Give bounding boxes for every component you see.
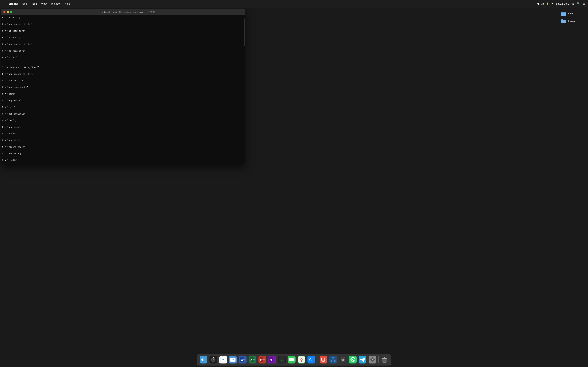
terminal-line: N = "evil" ;: [2, 106, 242, 109]
terminal-line: N = "unfoo" ;: [2, 132, 242, 136]
dock-divider-2: [378, 356, 379, 363]
folder-stuff[interactable]: Stuff: [559, 10, 587, 17]
terminal-title: pvdabeel — swipl -G2g -f portage-ng.pl -…: [14, 11, 242, 13]
menu-window[interactable]: Window: [51, 2, 60, 5]
terminal-line: C = "app-accessibility",: [2, 43, 242, 46]
svg-rect-33: [253, 359, 255, 360]
terminal-window: pvdabeel — swipl -G2g -f portage-ng.pl -…: [1, 8, 245, 164]
terminal-body[interactable]: V = "2.20.1" ; C = "app-accessibility", …: [1, 15, 245, 164]
svg-rect-27: [243, 359, 245, 360]
dock-launchpad[interactable]: [209, 355, 218, 364]
close-button[interactable]: [3, 11, 6, 13]
svg-rect-76: [370, 359, 371, 360]
svg-point-13: [213, 359, 214, 360]
svg-point-14: [213, 357, 214, 358]
folder-stuff-icon: [561, 11, 567, 16]
dock-dash[interactable]: </>: [338, 355, 347, 364]
menu-help[interactable]: Help: [65, 2, 70, 5]
dock-telegram[interactable]: [358, 355, 367, 364]
dock-facetime[interactable]: [287, 355, 296, 364]
clock: Sat 22 Oct 17:05: [556, 2, 574, 5]
dock-sourcetree[interactable]: [329, 355, 338, 364]
svg-point-73: [372, 359, 373, 360]
svg-rect-56: [320, 356, 327, 364]
dock-trash[interactable]: [380, 355, 389, 364]
menu-terminal[interactable]: Terminal: [7, 2, 18, 5]
svg-text::): :): [202, 359, 203, 361]
terminal-line: N = "SphinxTrain" ;: [2, 79, 242, 83]
dock-whatsapp[interactable]: [348, 355, 357, 364]
dock-safari[interactable]: [219, 355, 227, 364]
brightness-icon: [551, 2, 553, 5]
terminal-titlebar: pvdabeel — swipl -G2g -f portage-ng.pl -…: [1, 8, 245, 15]
svg-rect-75: [372, 361, 373, 362]
terminal-line: V = "2.20.1" ;: [2, 16, 242, 20]
dock: :): [197, 354, 391, 366]
minimize-button[interactable]: [7, 11, 9, 13]
terminal-line: C = "app-benchmarks",: [2, 86, 242, 89]
folder-stuff-label: Stuff: [568, 12, 573, 15]
svg-point-58: [332, 357, 334, 359]
dock-onenote[interactable]: N: [268, 355, 277, 364]
svg-text:</>: </>: [341, 359, 345, 361]
svg-rect-39: [262, 359, 265, 360]
svg-rect-34: [253, 360, 254, 360]
svg-rect-38: [262, 359, 265, 359]
svg-rect-80: [382, 358, 387, 359]
terminal-line: N = "zisofs-tools" ;: [2, 146, 242, 149]
dock-mail[interactable]: [228, 355, 237, 364]
svg-point-8: [203, 359, 206, 361]
dock-word[interactable]: W: [238, 355, 247, 364]
svg-text:X: X: [250, 358, 252, 361]
svg-text:$ _: $ _: [279, 359, 283, 361]
svg-rect-77: [374, 359, 375, 360]
menu-edit[interactable]: Edit: [32, 2, 37, 5]
terminal-line: ?- portage:ebuild(C,N,"1.0.8").: [2, 66, 242, 69]
menubar-right: ⏺ 🔋 Sat 22 Oct 17:05 🔍 ☰: [537, 2, 585, 6]
terminal-line: C = "app-misc",: [2, 139, 242, 142]
dock-terminal[interactable]: $ _: [277, 355, 286, 364]
dock-maps[interactable]: [297, 355, 306, 364]
control-center-icon[interactable]: ☰: [582, 2, 585, 6]
dock-powerpoint[interactable]: P: [258, 355, 267, 364]
battery-icon: 🔋: [546, 2, 549, 5]
terminal-line: C = "dev-erlang",: [2, 152, 242, 156]
terminal-line: N = "eredis" ;: [2, 159, 242, 162]
dock-finder[interactable]: :): [199, 355, 208, 364]
scrollbar-thumb[interactable]: [244, 18, 244, 46]
svg-rect-28: [243, 360, 244, 360]
terminal-line: N = "spew" ;: [2, 92, 242, 96]
terminal-line: V = "2.18.3" .: [2, 56, 242, 59]
terminal-line: V = "2.16.0" ;: [2, 36, 242, 40]
menu-view[interactable]: View: [41, 2, 47, 5]
wifi-icon[interactable]: [541, 2, 544, 5]
svg-text:N: N: [270, 358, 272, 361]
menubar-status-icons: ⏺ 🔋: [537, 2, 553, 5]
svg-point-53: [301, 359, 302, 360]
dock-appstore[interactable]: A: [307, 355, 316, 364]
svg-rect-32: [253, 359, 255, 359]
svg-point-59: [331, 360, 332, 362]
svg-rect-81: [384, 357, 385, 358]
maximize-button[interactable]: [10, 11, 12, 13]
svg-rect-48: [289, 358, 293, 361]
svg-rect-74: [372, 357, 373, 358]
terminal-scrollbar[interactable]: [243, 15, 245, 164]
dock-excel[interactable]: X: [248, 355, 257, 364]
folder-prolog-icon: [561, 19, 567, 24]
search-icon[interactable]: 🔍: [577, 2, 580, 6]
dock-prefs[interactable]: [368, 355, 377, 364]
menu-shell[interactable]: Shell: [22, 2, 28, 5]
svg-point-0: [552, 3, 553, 4]
record-icon[interactable]: ⏺: [537, 2, 539, 5]
traffic-lights: [3, 11, 12, 13]
folder-prolog[interactable]: Prolog: [559, 18, 587, 25]
terminal-line: C = "app-accessibility",: [2, 73, 242, 76]
svg-point-60: [334, 360, 336, 362]
menubar:  Terminal Shell Edit View Window Help ⏺…: [0, 0, 588, 8]
apple-menu-icon[interactable]: : [3, 2, 4, 6]
svg-text:P: P: [260, 358, 262, 361]
terminal-line: N = "at-spi2-core",: [2, 30, 242, 33]
dock-magnet[interactable]: [319, 355, 328, 364]
sidebar: Stuff Prolog: [557, 8, 588, 26]
